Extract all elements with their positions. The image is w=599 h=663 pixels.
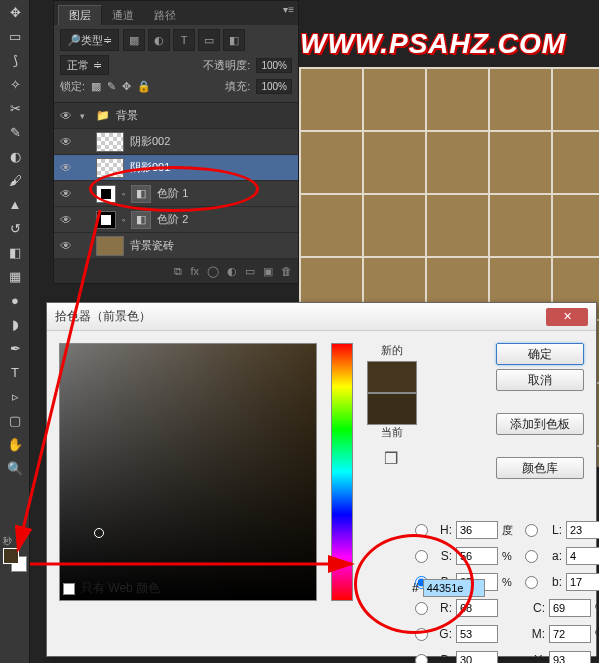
bb-label: B: <box>432 653 452 663</box>
tab-paths[interactable]: 路径 <box>144 5 186 25</box>
h-input[interactable] <box>456 521 498 539</box>
a-input[interactable] <box>566 547 599 565</box>
layer-row-selected[interactable]: 👁 阴影001 <box>54 155 298 181</box>
layer-group[interactable]: 👁 ▾ 📁 背景 <box>54 103 298 129</box>
l-input[interactable] <box>566 521 599 539</box>
lasso-tool[interactable]: ⟆ <box>0 48 30 72</box>
hand-tool[interactable]: ✋ <box>0 432 30 456</box>
layer-row[interactable]: 👁 ◦ ◧ 色阶 1 <box>54 181 298 207</box>
layer-row[interactable]: 👁 背景瓷砖 <box>54 233 298 259</box>
pen-tool[interactable]: ✒ <box>0 336 30 360</box>
watermark-text: WWW.PSAHZ.COM <box>300 28 566 60</box>
stamp-tool[interactable]: ▲ <box>0 192 30 216</box>
eyedropper-tool[interactable]: ✎ <box>0 120 30 144</box>
new-color-preview <box>367 361 417 393</box>
b2-radio[interactable] <box>525 576 538 589</box>
marquee-tool[interactable]: ▭ <box>0 24 30 48</box>
tab-channels[interactable]: 通道 <box>102 5 144 25</box>
group-collapse-icon[interactable]: ▾ <box>80 111 90 121</box>
g-input[interactable] <box>456 625 498 643</box>
fill-value[interactable]: 100% <box>256 79 292 94</box>
cube-icon[interactable]: ❒ <box>384 449 400 465</box>
filter-shape-icon[interactable]: ▭ <box>198 29 220 51</box>
r-radio[interactable] <box>415 602 428 615</box>
tab-layers[interactable]: 图层 <box>58 5 102 25</box>
fx-icon[interactable]: fx <box>190 265 199 277</box>
add-swatch-button[interactable]: 添加到色板 <box>496 413 584 435</box>
lock-paint-icon[interactable]: ✎ <box>107 80 116 93</box>
y-input[interactable] <box>549 651 591 663</box>
dialog-titlebar[interactable]: 拾色器（前景色） ✕ <box>47 303 596 331</box>
filter-smart-icon[interactable]: ◧ <box>223 29 245 51</box>
move-tool[interactable]: ✥ <box>0 0 30 24</box>
adjust-thumb: ◧ <box>131 211 151 229</box>
cancel-button[interactable]: 取消 <box>496 369 584 391</box>
lock-pos-icon[interactable]: ✥ <box>122 80 131 93</box>
layer-name: 阴影001 <box>130 160 170 175</box>
visibility-icon[interactable]: 👁 <box>60 239 74 253</box>
a-radio[interactable] <box>525 550 538 563</box>
dodge-tool[interactable]: ◗ <box>0 312 30 336</box>
ok-button[interactable]: 确定 <box>496 343 584 365</box>
gradient-tool[interactable]: ▦ <box>0 264 30 288</box>
mask-icon[interactable]: ◯ <box>207 265 219 278</box>
l-radio[interactable] <box>525 524 538 537</box>
shape-tool[interactable]: ▢ <box>0 408 30 432</box>
group-icon[interactable]: ▭ <box>245 265 255 278</box>
web-only-label: 只有 Web 颜色 <box>81 580 160 597</box>
blend-mode-select[interactable]: 正常 ≑ <box>60 55 109 75</box>
brush-tool[interactable]: 🖌 <box>0 168 30 192</box>
r-input[interactable] <box>456 599 498 617</box>
trash-icon[interactable]: 🗑 <box>281 265 292 277</box>
s-input[interactable] <box>456 547 498 565</box>
filter-type-icon[interactable]: T <box>173 29 195 51</box>
link-layers-icon[interactable]: ⧉ <box>174 265 182 278</box>
h-unit: 度 <box>502 523 516 538</box>
visibility-icon[interactable]: 👁 <box>60 187 74 201</box>
visibility-icon[interactable]: 👁 <box>60 135 74 149</box>
filter-kind-label: 类型 <box>81 33 103 48</box>
b2-input[interactable] <box>566 573 599 591</box>
lock-all-icon[interactable]: 🔒 <box>137 80 151 93</box>
layer-filter-kind[interactable]: 🔎 类型 ≑ <box>60 29 119 51</box>
adjust-icon[interactable]: ◐ <box>227 265 237 278</box>
filter-pixel-icon[interactable]: ▩ <box>123 29 145 51</box>
m-input[interactable] <box>549 625 591 643</box>
panel-menu-icon[interactable]: ▾≡ <box>283 4 294 15</box>
saturation-field[interactable] <box>59 343 317 601</box>
color-swatch[interactable] <box>3 548 27 572</box>
current-color-preview[interactable] <box>367 393 417 425</box>
s-radio[interactable] <box>415 550 428 563</box>
swatch-reset[interactable]: 秒 <box>3 535 12 548</box>
filter-adjust-icon[interactable]: ◐ <box>148 29 170 51</box>
foreground-swatch[interactable] <box>3 548 19 564</box>
path-tool[interactable]: ▹ <box>0 384 30 408</box>
type-tool[interactable]: T <box>0 360 30 384</box>
new-layer-icon[interactable]: ▣ <box>263 265 273 278</box>
zoom-tool[interactable]: 🔍 <box>0 456 30 480</box>
h-radio[interactable] <box>415 524 428 537</box>
crop-tool[interactable]: ✂ <box>0 96 30 120</box>
checkbox-icon[interactable] <box>63 583 75 595</box>
visibility-icon[interactable]: 👁 <box>60 161 74 175</box>
close-button[interactable]: ✕ <box>546 308 588 326</box>
g-radio[interactable] <box>415 628 428 641</box>
wand-tool[interactable]: ✧ <box>0 72 30 96</box>
hue-slider[interactable] <box>331 343 353 601</box>
visibility-icon[interactable]: 👁 <box>60 213 74 227</box>
visibility-icon[interactable]: 👁 <box>60 109 74 123</box>
color-lib-button[interactable]: 颜色库 <box>496 457 584 479</box>
lock-trans-icon[interactable]: ▩ <box>91 80 101 93</box>
history-brush-tool[interactable]: ↺ <box>0 216 30 240</box>
heal-tool[interactable]: ◐ <box>0 144 30 168</box>
blur-tool[interactable]: ● <box>0 288 30 312</box>
web-only-checkbox[interactable]: 只有 Web 颜色 <box>63 580 160 597</box>
layer-row[interactable]: 👁 ◦ ◧ 色阶 2 <box>54 207 298 233</box>
c-input[interactable] <box>549 599 591 617</box>
bb-input[interactable] <box>456 651 498 663</box>
eraser-tool[interactable]: ◧ <box>0 240 30 264</box>
opacity-value[interactable]: 100% <box>256 58 292 73</box>
layer-row[interactable]: 👁 阴影002 <box>54 129 298 155</box>
hex-input[interactable] <box>423 579 485 597</box>
bb-radio[interactable] <box>415 654 428 664</box>
